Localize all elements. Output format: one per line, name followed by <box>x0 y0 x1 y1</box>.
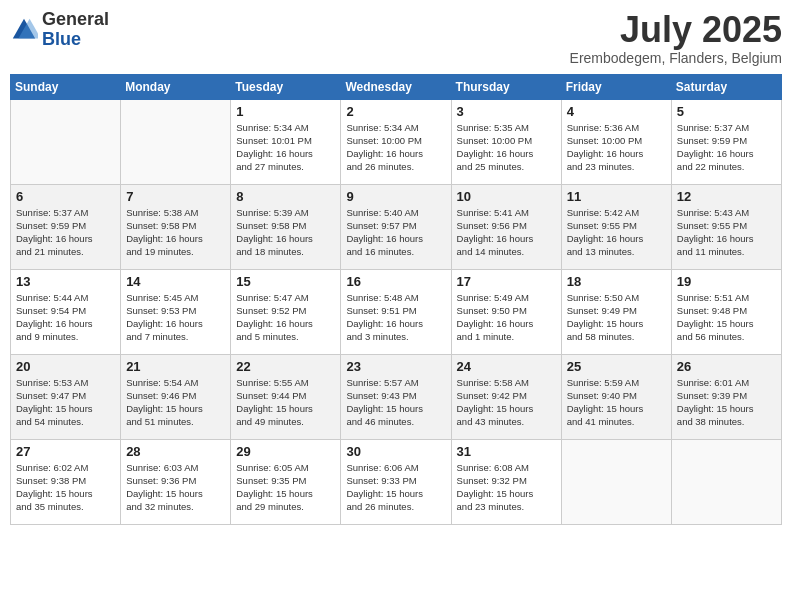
calendar-cell: 30Sunrise: 6:06 AMSunset: 9:33 PMDayligh… <box>341 439 451 524</box>
page-header: General Blue July 2025 Erembodegem, Flan… <box>10 10 782 66</box>
day-info: Sunrise: 5:44 AMSunset: 9:54 PMDaylight:… <box>16 291 115 344</box>
calendar-cell: 16Sunrise: 5:48 AMSunset: 9:51 PMDayligh… <box>341 269 451 354</box>
day-number: 26 <box>677 359 776 374</box>
day-number: 15 <box>236 274 335 289</box>
day-number: 6 <box>16 189 115 204</box>
day-info: Sunrise: 5:36 AMSunset: 10:00 PMDaylight… <box>567 121 666 174</box>
calendar-cell <box>671 439 781 524</box>
day-number: 17 <box>457 274 556 289</box>
calendar-cell: 13Sunrise: 5:44 AMSunset: 9:54 PMDayligh… <box>11 269 121 354</box>
logo-icon <box>10 16 38 44</box>
calendar-week-row: 13Sunrise: 5:44 AMSunset: 9:54 PMDayligh… <box>11 269 782 354</box>
day-info: Sunrise: 5:40 AMSunset: 9:57 PMDaylight:… <box>346 206 445 259</box>
calendar-cell: 14Sunrise: 5:45 AMSunset: 9:53 PMDayligh… <box>121 269 231 354</box>
logo-blue-text: Blue <box>42 30 109 50</box>
day-info: Sunrise: 6:08 AMSunset: 9:32 PMDaylight:… <box>457 461 556 514</box>
logo: General Blue <box>10 10 109 50</box>
day-info: Sunrise: 5:51 AMSunset: 9:48 PMDaylight:… <box>677 291 776 344</box>
day-number: 7 <box>126 189 225 204</box>
day-number: 28 <box>126 444 225 459</box>
day-number: 2 <box>346 104 445 119</box>
calendar-week-row: 6Sunrise: 5:37 AMSunset: 9:59 PMDaylight… <box>11 184 782 269</box>
day-number: 1 <box>236 104 335 119</box>
day-number: 5 <box>677 104 776 119</box>
calendar-cell: 25Sunrise: 5:59 AMSunset: 9:40 PMDayligh… <box>561 354 671 439</box>
day-info: Sunrise: 5:34 AMSunset: 10:01 PMDaylight… <box>236 121 335 174</box>
day-info: Sunrise: 6:03 AMSunset: 9:36 PMDaylight:… <box>126 461 225 514</box>
calendar-week-row: 1Sunrise: 5:34 AMSunset: 10:01 PMDayligh… <box>11 99 782 184</box>
calendar-cell: 18Sunrise: 5:50 AMSunset: 9:49 PMDayligh… <box>561 269 671 354</box>
day-number: 19 <box>677 274 776 289</box>
day-info: Sunrise: 5:47 AMSunset: 9:52 PMDaylight:… <box>236 291 335 344</box>
day-info: Sunrise: 5:43 AMSunset: 9:55 PMDaylight:… <box>677 206 776 259</box>
calendar-cell: 8Sunrise: 5:39 AMSunset: 9:58 PMDaylight… <box>231 184 341 269</box>
calendar-title: July 2025 <box>570 10 782 50</box>
calendar-cell: 9Sunrise: 5:40 AMSunset: 9:57 PMDaylight… <box>341 184 451 269</box>
weekday-header: Monday <box>121 74 231 99</box>
weekday-header-row: SundayMondayTuesdayWednesdayThursdayFrid… <box>11 74 782 99</box>
calendar-cell: 17Sunrise: 5:49 AMSunset: 9:50 PMDayligh… <box>451 269 561 354</box>
day-info: Sunrise: 5:53 AMSunset: 9:47 PMDaylight:… <box>16 376 115 429</box>
day-info: Sunrise: 6:06 AMSunset: 9:33 PMDaylight:… <box>346 461 445 514</box>
weekday-header: Thursday <box>451 74 561 99</box>
calendar-cell: 3Sunrise: 5:35 AMSunset: 10:00 PMDayligh… <box>451 99 561 184</box>
day-info: Sunrise: 5:49 AMSunset: 9:50 PMDaylight:… <box>457 291 556 344</box>
day-info: Sunrise: 5:35 AMSunset: 10:00 PMDaylight… <box>457 121 556 174</box>
day-info: Sunrise: 5:59 AMSunset: 9:40 PMDaylight:… <box>567 376 666 429</box>
day-info: Sunrise: 5:54 AMSunset: 9:46 PMDaylight:… <box>126 376 225 429</box>
calendar-cell: 12Sunrise: 5:43 AMSunset: 9:55 PMDayligh… <box>671 184 781 269</box>
day-number: 20 <box>16 359 115 374</box>
day-number: 24 <box>457 359 556 374</box>
calendar-cell: 22Sunrise: 5:55 AMSunset: 9:44 PMDayligh… <box>231 354 341 439</box>
weekday-header: Sunday <box>11 74 121 99</box>
day-number: 16 <box>346 274 445 289</box>
calendar-cell: 21Sunrise: 5:54 AMSunset: 9:46 PMDayligh… <box>121 354 231 439</box>
calendar-cell: 11Sunrise: 5:42 AMSunset: 9:55 PMDayligh… <box>561 184 671 269</box>
calendar-week-row: 27Sunrise: 6:02 AMSunset: 9:38 PMDayligh… <box>11 439 782 524</box>
calendar-cell: 4Sunrise: 5:36 AMSunset: 10:00 PMDayligh… <box>561 99 671 184</box>
day-info: Sunrise: 5:48 AMSunset: 9:51 PMDaylight:… <box>346 291 445 344</box>
calendar-location: Erembodegem, Flanders, Belgium <box>570 50 782 66</box>
day-info: Sunrise: 5:45 AMSunset: 9:53 PMDaylight:… <box>126 291 225 344</box>
day-info: Sunrise: 5:37 AMSunset: 9:59 PMDaylight:… <box>16 206 115 259</box>
day-number: 30 <box>346 444 445 459</box>
day-info: Sunrise: 5:58 AMSunset: 9:42 PMDaylight:… <box>457 376 556 429</box>
logo-general-text: General <box>42 10 109 30</box>
day-number: 10 <box>457 189 556 204</box>
day-info: Sunrise: 5:42 AMSunset: 9:55 PMDaylight:… <box>567 206 666 259</box>
day-number: 27 <box>16 444 115 459</box>
calendar-cell: 27Sunrise: 6:02 AMSunset: 9:38 PMDayligh… <box>11 439 121 524</box>
calendar-cell: 23Sunrise: 5:57 AMSunset: 9:43 PMDayligh… <box>341 354 451 439</box>
day-number: 14 <box>126 274 225 289</box>
day-info: Sunrise: 5:37 AMSunset: 9:59 PMDaylight:… <box>677 121 776 174</box>
calendar-week-row: 20Sunrise: 5:53 AMSunset: 9:47 PMDayligh… <box>11 354 782 439</box>
day-number: 13 <box>16 274 115 289</box>
calendar-cell: 1Sunrise: 5:34 AMSunset: 10:01 PMDayligh… <box>231 99 341 184</box>
day-number: 29 <box>236 444 335 459</box>
day-number: 18 <box>567 274 666 289</box>
calendar-cell: 28Sunrise: 6:03 AMSunset: 9:36 PMDayligh… <box>121 439 231 524</box>
day-info: Sunrise: 5:57 AMSunset: 9:43 PMDaylight:… <box>346 376 445 429</box>
day-number: 31 <box>457 444 556 459</box>
day-number: 25 <box>567 359 666 374</box>
day-number: 12 <box>677 189 776 204</box>
day-info: Sunrise: 5:55 AMSunset: 9:44 PMDaylight:… <box>236 376 335 429</box>
day-number: 4 <box>567 104 666 119</box>
day-info: Sunrise: 5:41 AMSunset: 9:56 PMDaylight:… <box>457 206 556 259</box>
calendar-cell: 10Sunrise: 5:41 AMSunset: 9:56 PMDayligh… <box>451 184 561 269</box>
day-info: Sunrise: 6:02 AMSunset: 9:38 PMDaylight:… <box>16 461 115 514</box>
calendar-cell: 2Sunrise: 5:34 AMSunset: 10:00 PMDayligh… <box>341 99 451 184</box>
day-number: 8 <box>236 189 335 204</box>
day-number: 11 <box>567 189 666 204</box>
calendar-cell: 15Sunrise: 5:47 AMSunset: 9:52 PMDayligh… <box>231 269 341 354</box>
weekday-header: Wednesday <box>341 74 451 99</box>
calendar-cell <box>11 99 121 184</box>
day-info: Sunrise: 5:39 AMSunset: 9:58 PMDaylight:… <box>236 206 335 259</box>
day-number: 3 <box>457 104 556 119</box>
calendar-cell: 26Sunrise: 6:01 AMSunset: 9:39 PMDayligh… <box>671 354 781 439</box>
day-number: 22 <box>236 359 335 374</box>
day-info: Sunrise: 6:01 AMSunset: 9:39 PMDaylight:… <box>677 376 776 429</box>
calendar-cell: 19Sunrise: 5:51 AMSunset: 9:48 PMDayligh… <box>671 269 781 354</box>
calendar-cell <box>121 99 231 184</box>
calendar-cell: 29Sunrise: 6:05 AMSunset: 9:35 PMDayligh… <box>231 439 341 524</box>
